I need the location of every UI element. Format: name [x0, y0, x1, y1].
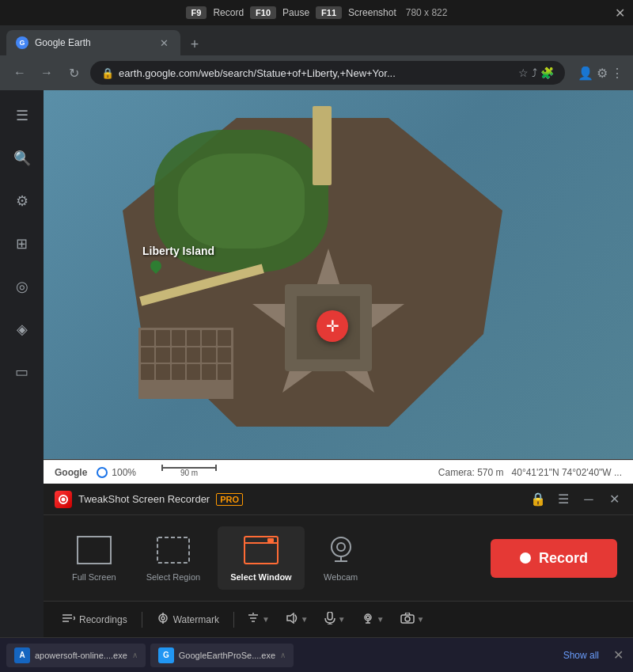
select-region-mode[interactable]: Select Region — [134, 526, 214, 590]
lock-icon: 🔒 — [101, 67, 114, 79]
effects-icon — [247, 613, 260, 626]
svg-point-15 — [161, 617, 165, 620]
zoom-level: 100% — [112, 467, 136, 478]
globe-icon[interactable]: ◈ — [8, 315, 36, 344]
taskbar-close-icon[interactable]: ✕ — [610, 644, 627, 666]
url-text: earth.google.com/web/search/Statue+of+Li… — [119, 67, 514, 79]
status-brand: Google — [55, 467, 87, 478]
camera-dropdown-arrow: ▼ — [417, 615, 425, 624]
recorder-main: Full Screen Select Region — [44, 515, 633, 601]
svg-point-27 — [366, 616, 370, 619]
f11-key: F11 — [316, 6, 342, 19]
ruler-icon[interactable]: ▭ — [8, 358, 36, 386]
camera-icon — [400, 613, 415, 626]
parking-lot — [138, 328, 233, 399]
status-scale: 90 m — [161, 467, 217, 477]
effects-dropdown[interactable]: ▼ — [241, 608, 276, 631]
record-button[interactable]: Record — [491, 539, 617, 578]
recorder-app-name: TweakShot Screen Recorder — [78, 493, 210, 505]
record-dot — [520, 552, 531, 564]
status-camera: Camera: 570 m 40°41'21"N 74°02'40"W ... — [438, 467, 622, 478]
scale-bar: 90 m — [161, 467, 217, 477]
active-tab[interactable]: G Google Earth ✕ — [6, 30, 180, 55]
chrome-menu-icon[interactable]: ⋮ — [611, 66, 624, 81]
share-icon[interactable]: ⤴ — [532, 66, 537, 79]
svg-marker-22 — [287, 613, 294, 623]
select-window-label: Select Window — [230, 572, 292, 582]
bookmark-icon[interactable]: ☆ — [518, 66, 529, 79]
minimize-titlebar-icon[interactable]: ─ — [581, 492, 597, 507]
profile-icon[interactable]: 👤 — [578, 66, 593, 81]
recorder-titlebar: TweakShot Screen Recorder PRO 🔒 ☰ ─ ✕ — [44, 484, 633, 515]
taskbar-icon-1: G — [158, 647, 174, 663]
recorder-pro-badge: PRO — [216, 493, 243, 506]
mic-icon — [324, 612, 335, 627]
location-icon[interactable]: ◎ — [8, 272, 36, 301]
extensions-icon[interactable]: 🧩 — [540, 66, 554, 79]
taskbar-label-1: GoogleEarthProSe....exe — [179, 651, 275, 660]
watermark-label: Watermark — [173, 614, 219, 625]
taskbar-item-0[interactable]: A apowersoft-online....exe ∧ — [6, 644, 146, 667]
new-tab-button[interactable]: + — [184, 33, 206, 55]
address-bar: ← → ↻ 🔒 earth.google.com/web/search/Stat… — [0, 55, 633, 90]
select-window-icon — [242, 534, 280, 566]
taskbar-item-1[interactable]: G GoogleEarthProSe....exe ∧ — [150, 644, 294, 667]
select-window-mode[interactable]: Select Window — [218, 526, 305, 590]
fullscreen-mode[interactable]: Full Screen — [59, 526, 129, 590]
lock-titlebar-icon[interactable]: 🔒 — [530, 492, 546, 507]
scale-line — [161, 467, 217, 469]
recorder-toolbar: Recordings Watermark — [44, 601, 633, 637]
forward-button[interactable]: → — [36, 63, 57, 83]
capture-modes: Full Screen Select Region — [59, 526, 491, 590]
mic-dropdown[interactable]: ▼ — [318, 607, 352, 632]
menu-icon[interactable]: ☰ — [8, 101, 36, 130]
audio-dropdown[interactable]: ▼ — [279, 608, 315, 631]
tab-close-button[interactable]: ✕ — [157, 36, 171, 50]
tab-title: Google Earth — [35, 37, 150, 48]
url-bar[interactable]: 🔒 earth.google.com/web/search/Statue+of+… — [90, 61, 565, 85]
liberty-island: ✛ Liberty Island — [75, 106, 597, 462]
screenshot-label: Screenshot — [348, 7, 396, 18]
status-bar: Google 100% 90 m Camera: 570 m 40°41'21 — [44, 460, 633, 484]
webcam-toolbar-dropdown[interactable]: ▼ — [355, 608, 391, 631]
search-icon[interactable]: 🔍 — [8, 144, 36, 173]
mic-dropdown-arrow: ▼ — [338, 615, 346, 624]
svg-point-31 — [405, 617, 410, 621]
svg-rect-2 — [78, 537, 111, 564]
taskbar-chevron-0: ∧ — [132, 651, 138, 659]
taskbar: A apowersoft-online....exe ∧ G GoogleEar… — [0, 637, 633, 672]
fullscreen-label: Full Screen — [72, 572, 116, 582]
watermark-icon — [157, 613, 169, 627]
toolbar-sep-2 — [233, 612, 234, 628]
dimensions-label: 780 x 822 — [406, 7, 448, 18]
svg-rect-23 — [328, 612, 332, 620]
grass-patch-2 — [178, 154, 305, 249]
close-titlebar-icon[interactable]: ✕ — [606, 492, 622, 507]
fullscreen-icon — [75, 534, 113, 566]
webcam-icon — [322, 534, 360, 566]
select-region-label: Select Region — [146, 572, 201, 582]
recorder-panel: Google 100% 90 m Camera: 570 m 40°41'21 — [44, 459, 633, 637]
extensions-menu-icon[interactable]: ⚙ — [597, 66, 608, 81]
settings-icon[interactable]: ⚙ — [8, 187, 36, 215]
select-region-icon — [154, 534, 192, 566]
pier — [313, 106, 332, 185]
watermark-button[interactable]: Watermark — [149, 608, 227, 632]
svg-point-26 — [365, 614, 371, 621]
close-topbar-icon[interactable]: ✕ — [615, 6, 625, 21]
record-label: Record — [213, 7, 244, 18]
camera-dropdown[interactable]: ▼ — [394, 608, 431, 631]
chrome-menu-icons: 👤 ⚙ ⋮ — [578, 66, 624, 81]
layers-icon[interactable]: ⊞ — [8, 230, 36, 258]
webcam-mode[interactable]: Webcam — [309, 526, 373, 590]
refresh-button[interactable]: ↻ — [63, 63, 84, 83]
svg-rect-6 — [267, 538, 274, 542]
back-button[interactable]: ← — [9, 63, 30, 83]
show-all-button[interactable]: Show all — [557, 647, 605, 664]
svg-point-1 — [62, 497, 66, 501]
top-record-bar: F9 Record F10 Pause F11 Screenshot 780 x… — [0, 0, 633, 25]
recordings-icon — [63, 613, 75, 627]
recordings-label: Recordings — [79, 614, 127, 625]
menu-titlebar-icon[interactable]: ☰ — [555, 492, 571, 507]
recordings-button[interactable]: Recordings — [55, 608, 135, 632]
